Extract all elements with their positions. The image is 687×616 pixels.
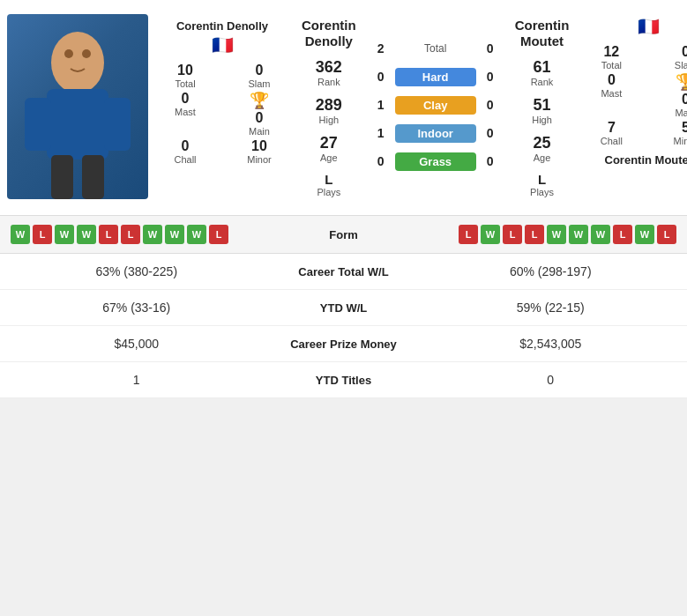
hard-row: 0 Hard 0 — [372, 64, 499, 89]
form-badge-left: L — [33, 225, 52, 244]
player2-name: Corentin Moutet — [605, 153, 687, 167]
svg-rect-5 — [82, 155, 104, 199]
top-section: Corentin Denolly 🇫🇷 10 Total 0 Slam 0 Ma… — [0, 0, 687, 215]
form-badge-right: W — [591, 225, 610, 244]
stat-row-left-val: 63% (380-225) — [18, 264, 256, 278]
player1-flag: 🇫🇷 — [212, 34, 234, 56]
svg-point-7 — [82, 49, 91, 58]
p1-age-block: 27 Age — [320, 134, 338, 163]
stat-row-left-val: 1 — [18, 373, 256, 387]
p1-rank-block: 362 Rank — [316, 58, 342, 87]
form-badge-left: W — [143, 225, 162, 244]
stat-row-right-val: 59% (22-15) — [432, 301, 670, 315]
stat-row: 67% (33-16)YTD W/L59% (22-15) — [0, 290, 687, 326]
form-badge-right: W — [569, 225, 588, 244]
stats-rows: 63% (380-225)Career Total W/L60% (298-19… — [0, 253, 687, 398]
player1-slam: 0 Slam — [226, 63, 293, 89]
form-badge-right: W — [547, 225, 566, 244]
form-badge-left: W — [55, 225, 74, 244]
main-container: Corentin Denolly 🇫🇷 10 Total 0 Slam 0 Ma… — [0, 0, 687, 398]
player1-mast: 0 Mast — [152, 91, 219, 137]
form-badge-right: L — [503, 225, 522, 244]
form-badge-left: W — [77, 225, 96, 244]
p2-rank-block: 61 Rank — [531, 58, 554, 87]
form-badge-right: L — [657, 225, 676, 244]
player2-chall: 7 Chall — [578, 120, 645, 146]
form-badge-left: L — [121, 225, 140, 244]
stat-row-right-val: 60% (298-197) — [432, 264, 670, 278]
form-label: Form — [300, 228, 388, 241]
player1-minor: 10 Minor — [226, 138, 293, 165]
svg-rect-1 — [47, 89, 108, 160]
stat-row-center-label: Career Total W/L — [256, 265, 432, 278]
center-stats-right: Corentin Moutet 61 Rank 51 High 25 Age L… — [510, 14, 575, 201]
form-badge-right: L — [525, 225, 544, 244]
form-badge-left: W — [165, 225, 184, 244]
player1-chall: 0 Chall — [152, 138, 219, 165]
form-badge-left: L — [209, 225, 228, 244]
p2-plays-block: L Plays — [530, 172, 554, 197]
stat-row-right-val: 0 — [432, 373, 670, 387]
player2-slam: 0 Slam — [652, 44, 687, 71]
player1-total: 10 Total — [152, 63, 219, 89]
form-badge-left: W — [11, 225, 30, 244]
p2-age-block: 25 Age — [533, 134, 550, 163]
trophy-icon-right: 🏆 — [676, 72, 687, 92]
stat-row-left-val: 67% (33-16) — [18, 301, 256, 315]
surface-panel: 2 Total 0 0 Hard 0 1 Clay 0 1 Indoor 0 0 — [365, 14, 506, 201]
stat-row-left-val: $45,000 — [18, 337, 256, 351]
total-row: 2 Total 0 — [372, 41, 499, 56]
stat-row: 63% (380-225)Career Total W/L60% (298-19… — [0, 254, 687, 290]
player2-mast: 0 Mast — [578, 72, 645, 118]
grass-row: 0 Grass 0 — [372, 149, 499, 174]
form-badge-right: L — [613, 225, 632, 244]
player2-flag: 🇫🇷 — [638, 16, 660, 37]
player2-total: 12 Total — [578, 44, 645, 71]
p2-high-block: 51 High — [532, 96, 552, 125]
stat-row-center-label: Career Prize Money — [256, 338, 432, 351]
player1-name: Corentin Denolly — [176, 19, 268, 33]
form-badge-right: L — [459, 225, 478, 244]
form-badge-right: W — [481, 225, 500, 244]
svg-point-0 — [51, 32, 104, 93]
p1-high-block: 289 High — [316, 96, 342, 125]
player1-photo — [7, 14, 148, 199]
form-badges-left: WLWWLLWWWL — [11, 225, 293, 244]
form-badge-left: L — [99, 225, 118, 244]
stat-row: $45,000Career Prize Money$2,543,005 — [0, 326, 687, 362]
player1-info: Corentin Denolly 🇫🇷 10 Total 0 Slam 0 Ma… — [152, 14, 293, 201]
center-stats-left: Corentin Denolly 362 Rank 289 High 27 Ag… — [296, 14, 362, 201]
form-badges-right: LWLLWWWLWL — [395, 225, 677, 244]
player2-trophy: 🏆 0 Main — [652, 72, 687, 118]
svg-rect-4 — [51, 155, 73, 199]
trophy-icon-left: 🏆 — [250, 91, 269, 110]
stat-row-center-label: YTD Titles — [256, 374, 432, 387]
p1-plays-block: L Plays — [317, 172, 340, 197]
form-badge-left: W — [187, 225, 206, 244]
svg-rect-2 — [25, 98, 51, 151]
player1-trophy: 🏆 0 Main — [226, 91, 293, 137]
svg-rect-3 — [104, 98, 131, 151]
svg-point-6 — [64, 49, 73, 58]
form-badge-right: W — [635, 225, 654, 244]
form-section: WLWWLLWWWL Form LWLLWWWLWL — [0, 215, 687, 253]
player2-info: 🇫🇷 12 Total 0 Slam 0 Mast 🏆 0 Main — [578, 14, 687, 201]
indoor-row: 1 Indoor 0 — [372, 121, 499, 145]
player2-minor: 5 Minor — [652, 120, 687, 146]
stat-row: 1YTD Titles0 — [0, 362, 687, 398]
clay-row: 1 Clay 0 — [372, 93, 499, 117]
player2-name-center: Corentin Moutet — [515, 18, 570, 49]
player1-name-center: Corentin Denolly — [302, 18, 356, 49]
stat-row-right-val: $2,543,005 — [432, 337, 670, 351]
stat-row-center-label: YTD W/L — [256, 301, 432, 315]
